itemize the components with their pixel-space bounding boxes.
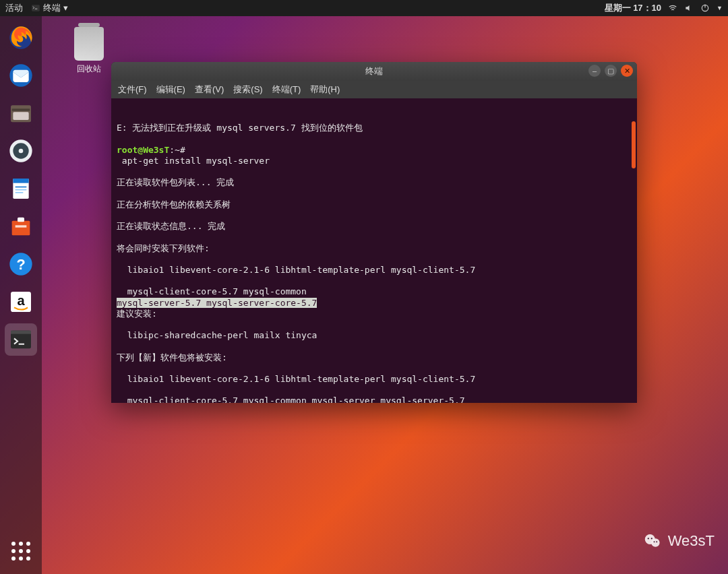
window-maximize-button[interactable]: ▢ <box>605 65 617 77</box>
writer-icon <box>7 175 34 202</box>
menu-view[interactable]: 查看(V) <box>195 84 224 96</box>
menu-search[interactable]: 搜索(S) <box>233 84 262 96</box>
menu-file[interactable]: 文件(F) <box>118 84 147 96</box>
term-line: 正在分析软件包的依赖关系树 <box>117 199 231 210</box>
highlighted-text: mysql-server-5.7 mysql-server-core-5.7 <box>117 298 317 308</box>
menu-terminal[interactable]: 终端(T) <box>272 84 301 96</box>
svg-point-10 <box>19 149 24 154</box>
term-line: mysql-client-core-5.7 mysql-common <box>117 286 312 296</box>
term-line: libaio1 libevent-core-2.1-6 libhtml-temp… <box>117 265 475 275</box>
term-line: libipc-sharedcache-perl mailx tinyca <box>117 330 317 340</box>
svg-rect-16 <box>12 221 30 236</box>
thunderbird-icon <box>7 62 34 89</box>
terminal-small-icon <box>31 3 40 13</box>
dock-files[interactable] <box>5 97 37 129</box>
apps-grid-icon <box>11 542 30 561</box>
menu-edit[interactable]: 编辑(E) <box>156 84 185 96</box>
svg-point-28 <box>650 538 652 539</box>
svg-rect-12 <box>13 179 28 183</box>
dock-help[interactable]: ? <box>5 248 37 280</box>
window-menubar: 文件(F) 编辑(E) 查看(V) 搜索(S) 终端(T) 帮助(H) <box>111 81 637 98</box>
terminal-body[interactable]: E: 无法找到正在升级或 mysql servers.7 找到位的软件包 roo… <box>111 98 637 403</box>
firefox-icon <box>7 24 34 51</box>
svg-rect-17 <box>18 218 24 222</box>
svg-text:?: ? <box>16 256 25 273</box>
svg-rect-7 <box>13 112 28 120</box>
help-icon: ? <box>7 251 34 278</box>
clock[interactable]: 星期一 17：10 <box>605 2 662 14</box>
term-line: E: 无法找到正在升级或 mysql servers.7 找到位的软件包 <box>117 123 363 133</box>
dock-amazon[interactable]: a <box>5 286 37 318</box>
term-line: 将会同时安装下列软件: <box>117 243 210 253</box>
show-applications[interactable] <box>0 535 42 567</box>
term-line: 建议安装: <box>117 309 157 319</box>
svg-point-29 <box>653 541 655 542</box>
watermark: We3sT <box>642 531 715 551</box>
dock-terminal[interactable] <box>5 323 37 356</box>
topbar-app-menu[interactable]: 终端 ▾ <box>31 2 68 14</box>
dock-software[interactable] <box>5 210 37 243</box>
network-icon[interactable] <box>668 3 677 13</box>
menu-help[interactable]: 帮助(H) <box>310 84 340 96</box>
trash-label: 回收站 <box>64 63 114 75</box>
svg-text:a: a <box>17 293 25 308</box>
term-line: mysql-client-core-5.7 mysql-common mysql… <box>117 395 465 403</box>
wechat-icon <box>642 531 663 551</box>
trash-icon <box>74 27 104 61</box>
svg-point-30 <box>656 541 657 542</box>
command-text: apt-get install mysql-server <box>117 156 270 166</box>
window-minimize-button[interactable]: – <box>588 65 601 77</box>
term-line: 正在读取状态信息... 完成 <box>117 221 225 231</box>
top-bar: 活动 终端 ▾ 星期一 17：10 ▼ <box>0 0 728 16</box>
dock: ? a <box>0 16 42 574</box>
terminal-window: 终端 – ▢ ✕ 文件(F) 编辑(E) 查看(V) 搜索(S) 终端(T) 帮… <box>111 62 637 403</box>
terminal-icon <box>7 326 34 353</box>
window-close-button[interactable]: ✕ <box>621 65 633 77</box>
dock-firefox[interactable] <box>5 22 37 54</box>
prompt-user: root@We3sT <box>117 145 169 155</box>
svg-rect-18 <box>16 225 27 227</box>
files-icon <box>7 100 34 127</box>
amazon-icon: a <box>7 288 34 315</box>
dock-rhythmbox[interactable] <box>5 135 37 167</box>
svg-rect-13 <box>16 187 27 188</box>
term-line: libaio1 libevent-core-2.1-6 libhtml-temp… <box>117 374 475 384</box>
software-icon <box>7 213 34 240</box>
term-line: 下列【新】软件包将被安装: <box>117 352 227 362</box>
rhythmbox-icon <box>7 137 34 164</box>
svg-point-26 <box>651 538 660 547</box>
svg-rect-14 <box>16 189 27 191</box>
desktop-trash[interactable]: 回收站 <box>64 27 114 75</box>
activities-button[interactable]: 活动 <box>5 2 23 14</box>
prompt-path: :~# <box>169 145 185 155</box>
dock-thunderbird[interactable] <box>5 59 37 92</box>
term-line: 正在读取软件包列表... 完成 <box>117 177 234 187</box>
window-titlebar[interactable]: 终端 – ▢ ✕ <box>111 62 637 81</box>
svg-rect-2 <box>704 5 705 8</box>
topbar-app-label: 终端 ▾ <box>43 2 68 14</box>
svg-rect-15 <box>16 192 24 193</box>
svg-rect-24 <box>11 331 31 334</box>
scrollbar-thumb[interactable] <box>632 121 636 168</box>
volume-icon[interactable] <box>684 3 694 13</box>
dock-writer[interactable] <box>5 172 37 205</box>
watermark-text: We3sT <box>668 532 715 550</box>
power-icon[interactable] <box>700 3 710 13</box>
window-title: 终端 <box>365 65 383 77</box>
svg-rect-6 <box>12 108 30 110</box>
svg-rect-0 <box>32 5 40 11</box>
svg-point-27 <box>647 538 648 539</box>
system-menu-chevron-icon[interactable]: ▼ <box>717 5 723 11</box>
